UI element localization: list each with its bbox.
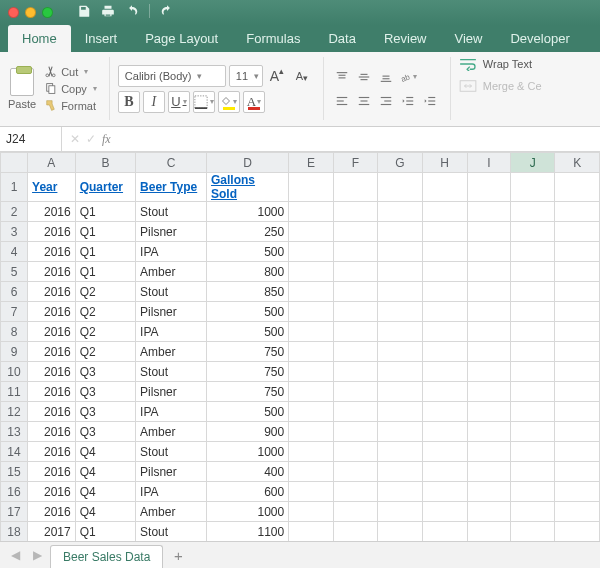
sheet-nav-prev[interactable]: ◀ (6, 546, 24, 564)
cell[interactable]: 1100 (207, 522, 289, 542)
cell[interactable]: 500 (207, 322, 289, 342)
cell[interactable] (422, 282, 467, 302)
cell[interactable]: 2016 (28, 482, 76, 502)
cell[interactable] (555, 302, 600, 322)
name-box[interactable]: J24 (0, 127, 62, 151)
cell[interactable] (378, 422, 423, 442)
cell[interactable]: Q2 (75, 302, 135, 322)
cell[interactable]: 500 (207, 402, 289, 422)
cut-button[interactable]: Cut▾ (42, 64, 99, 79)
cell[interactable]: 500 (207, 242, 289, 262)
cell[interactable] (378, 382, 423, 402)
cell[interactable]: 2016 (28, 442, 76, 462)
select-all-corner[interactable] (1, 153, 28, 173)
cell[interactable] (555, 322, 600, 342)
cell[interactable] (467, 462, 511, 482)
cell[interactable] (422, 402, 467, 422)
grow-font-button[interactable]: A▴ (266, 65, 288, 87)
cell[interactable] (422, 442, 467, 462)
cell[interactable] (555, 362, 600, 382)
cell[interactable] (511, 442, 555, 462)
cell[interactable] (422, 382, 467, 402)
shrink-font-button[interactable]: A▾ (291, 65, 313, 87)
cell[interactable] (333, 202, 377, 222)
cell[interactable]: Stout (136, 522, 207, 542)
cell[interactable] (467, 222, 511, 242)
cell[interactable]: 2016 (28, 422, 76, 442)
cell[interactable] (511, 382, 555, 402)
cell[interactable] (467, 302, 511, 322)
cell[interactable] (378, 322, 423, 342)
cell[interactable] (511, 502, 555, 522)
cell[interactable] (333, 362, 377, 382)
cell[interactable] (378, 362, 423, 382)
cell[interactable]: IPA (136, 402, 207, 422)
cell[interactable]: 2016 (28, 502, 76, 522)
row-header[interactable]: 11 (1, 382, 28, 402)
cell[interactable] (467, 502, 511, 522)
italic-button[interactable]: I (143, 91, 165, 113)
row-header[interactable]: 9 (1, 342, 28, 362)
col-header-d[interactable]: D (207, 153, 289, 173)
col-header-k[interactable]: K (555, 153, 600, 173)
cell[interactable]: 2016 (28, 282, 76, 302)
cell[interactable] (289, 482, 334, 502)
print-icon[interactable] (101, 4, 115, 21)
cell[interactable]: 2016 (28, 322, 76, 342)
cell[interactable]: Q3 (75, 362, 135, 382)
row-header[interactable]: 6 (1, 282, 28, 302)
cell[interactable] (555, 522, 600, 542)
cell[interactable] (422, 522, 467, 542)
cell[interactable]: 2016 (28, 402, 76, 422)
cell[interactable] (422, 502, 467, 522)
cell[interactable]: Q2 (75, 282, 135, 302)
cell[interactable] (378, 342, 423, 362)
cell[interactable] (467, 173, 511, 202)
cell[interactable]: 600 (207, 482, 289, 502)
orientation-button[interactable]: ab▾ (398, 67, 418, 87)
cell[interactable] (333, 282, 377, 302)
cell[interactable] (333, 442, 377, 462)
cell[interactable]: Pilsner (136, 302, 207, 322)
cell[interactable]: IPA (136, 322, 207, 342)
borders-button[interactable]: ▾ (193, 91, 215, 113)
header-cell[interactable]: Year (28, 173, 76, 202)
cell[interactable] (378, 242, 423, 262)
cell[interactable]: Amber (136, 502, 207, 522)
cell[interactable] (422, 462, 467, 482)
cell[interactable] (511, 342, 555, 362)
align-center-button[interactable] (354, 91, 374, 111)
cell[interactable] (511, 362, 555, 382)
cell[interactable]: Q1 (75, 522, 135, 542)
cell[interactable]: 400 (207, 462, 289, 482)
cell[interactable] (467, 482, 511, 502)
cell[interactable] (422, 262, 467, 282)
formula-input[interactable] (119, 127, 600, 151)
cell[interactable]: Q4 (75, 462, 135, 482)
cell[interactable] (511, 482, 555, 502)
cell[interactable]: 2016 (28, 382, 76, 402)
tab-page-layout[interactable]: Page Layout (131, 25, 232, 52)
cell[interactable] (378, 482, 423, 502)
cell[interactable] (289, 402, 334, 422)
cell[interactable]: 1000 (207, 202, 289, 222)
copy-button[interactable]: Copy▾ (42, 81, 99, 96)
cell[interactable]: 1000 (207, 442, 289, 462)
cell[interactable] (467, 522, 511, 542)
cell[interactable] (555, 402, 600, 422)
cell[interactable] (467, 422, 511, 442)
col-header-e[interactable]: E (289, 153, 334, 173)
cell[interactable] (333, 242, 377, 262)
cell[interactable] (378, 173, 423, 202)
cell[interactable] (289, 502, 334, 522)
save-icon[interactable] (77, 4, 91, 21)
cell[interactable] (511, 322, 555, 342)
tab-developer[interactable]: Developer (496, 25, 583, 52)
cell[interactable]: 850 (207, 282, 289, 302)
cell[interactable]: 2017 (28, 522, 76, 542)
cell[interactable]: Q4 (75, 502, 135, 522)
cell[interactable] (467, 262, 511, 282)
cell[interactable] (511, 242, 555, 262)
cell[interactable] (467, 362, 511, 382)
cell[interactable] (289, 322, 334, 342)
